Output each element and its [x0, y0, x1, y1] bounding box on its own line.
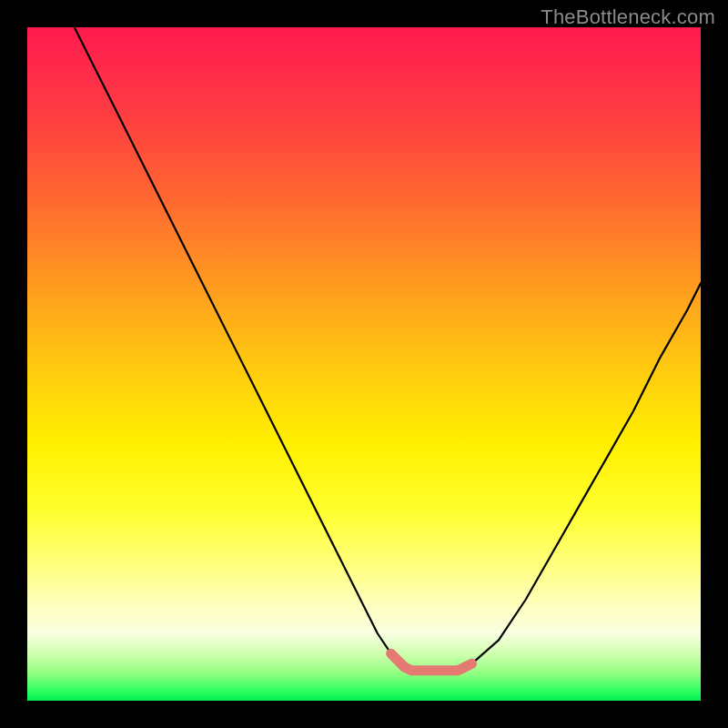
bottleneck-curve — [75, 27, 701, 671]
curve-layer — [27, 27, 701, 701]
plot-area — [27, 27, 701, 701]
chart-frame: TheBottleneck.com — [0, 0, 728, 728]
red-highlight-segment — [391, 653, 472, 671]
watermark-text: TheBottleneck.com — [541, 5, 715, 29]
